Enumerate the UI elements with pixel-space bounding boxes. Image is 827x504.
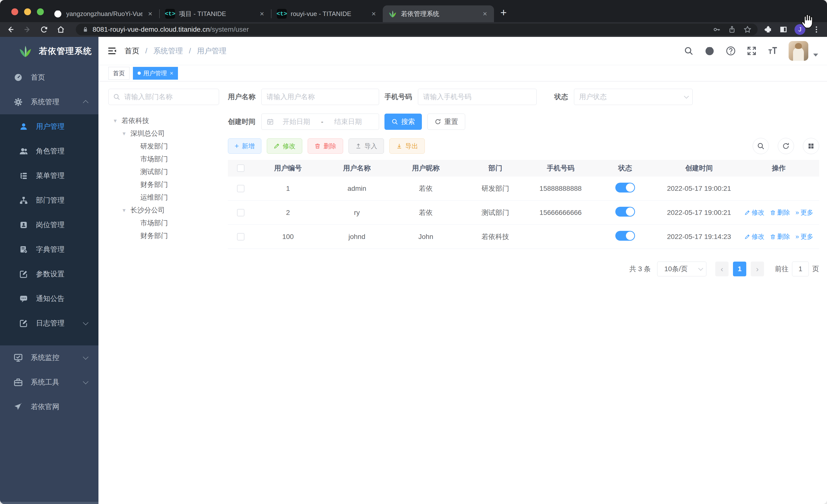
department-search-input[interactable]: 请输入部门名称 [108,89,219,105]
back-icon[interactable] [6,25,15,34]
minimize-window-button[interactable] [24,8,31,15]
next-page-button[interactable]: › [751,262,764,276]
sidebar-item-dict-management[interactable]: 字典管理 [0,237,98,262]
sidebar-item-log-management[interactable]: 日志管理 [0,311,98,336]
tree-caret-icon[interactable]: ▾ [121,130,127,137]
breadcrumb-home[interactable]: 首页 [125,47,139,55]
date-range-picker[interactable]: 开始日期 - 结束日期 [261,114,379,130]
tab-close-icon[interactable]: × [146,10,154,18]
tree-node-leaf[interactable]: 市场部门 [108,217,219,229]
select-all-checkbox[interactable] [237,164,244,172]
column-settings-button[interactable] [803,138,819,154]
tree-node-leaf[interactable]: 财务部门 [108,178,219,191]
tree-node-branch[interactable]: ▾ 深圳总公司 [108,127,219,140]
row-checkbox[interactable] [237,185,244,192]
toggle-search-button[interactable] [753,138,769,154]
refresh-table-button[interactable] [778,138,794,154]
row-checkbox[interactable] [237,233,244,240]
browser-tab-rouyi-vue[interactable]: <t> rouyi-vue - TITANIDE × [272,5,383,22]
header-github-icon[interactable] [704,46,715,56]
add-button[interactable]: + 新增 [228,138,261,154]
side-panel-icon[interactable] [779,25,788,34]
tree-node-leaf[interactable]: 运维部门 [108,191,219,204]
tab-close-icon[interactable]: × [370,10,377,18]
avatar-dropdown-caret-icon[interactable] [813,54,818,57]
search-button[interactable]: 搜索 [384,114,422,130]
status-toggle-on[interactable] [615,183,635,192]
tree-node-leaf[interactable]: 财务部门 [108,229,219,242]
user-avatar[interactable] [789,41,808,61]
username-input[interactable]: 请输入用户名称 [261,89,379,105]
goto-page-input[interactable]: 1 [792,262,809,276]
sidebar-item-system-management[interactable]: 系统管理 [0,90,98,114]
browser-tab-github[interactable]: yangzongzhuan/RuoYi-Vue: (R × [48,5,159,22]
tree-node-root[interactable]: ▾ 若依科技 [108,114,219,127]
zoom-window-button[interactable] [37,8,44,15]
home-icon[interactable] [57,25,65,34]
sidebar-item-home[interactable]: 首页 [0,65,98,90]
extensions-puzzle-icon[interactable] [764,25,772,34]
share-icon[interactable] [728,25,736,34]
row-checkbox[interactable] [237,209,244,216]
tab-close-icon[interactable]: × [258,10,265,18]
browser-tab-titanide-project[interactable]: <t> 项目 - TITANIDE × [160,5,271,22]
tree-node-leaf[interactable]: 测试部门 [108,165,219,178]
tag-close-icon[interactable]: × [170,70,173,77]
tree-node-leaf[interactable]: 研发部门 [108,140,219,153]
search-icon [391,118,398,125]
delete-button[interactable]: 删除 [308,138,343,154]
app-logo[interactable]: 若依管理系统 [0,37,98,65]
row-delete-link[interactable]: 删除 [770,232,790,241]
current-page-button[interactable]: 1 [733,262,746,276]
sidebar-scrollbar[interactable] [0,502,98,504]
close-window-button[interactable] [11,8,18,15]
browser-tab-ruoyi-active[interactable]: 若依管理系统 × [383,5,494,22]
new-tab-button[interactable]: + [500,6,507,19]
date-start-placeholder[interactable]: 开始日期 [276,117,317,126]
date-end-placeholder[interactable]: 结束日期 [327,117,369,126]
sidebar-item-menu-management[interactable]: 菜单管理 [0,164,98,188]
status-toggle-on[interactable] [615,231,635,241]
row-edit-link[interactable]: 修改 [744,232,765,241]
sidebar-item-system-tools[interactable]: 系统工具 [0,370,98,395]
row-more-link[interactable]: »更多 [795,232,813,241]
forward-icon[interactable] [23,25,32,34]
password-key-icon[interactable] [713,25,721,34]
sidebar-item-post-management[interactable]: 岗位管理 [0,213,98,237]
status-select[interactable]: 用户状态 [574,89,693,105]
tree-caret-icon[interactable]: ▾ [112,117,118,124]
sidebar-item-dept-management[interactable]: 部门管理 [0,188,98,213]
tab-close-icon[interactable]: × [481,10,489,18]
sidebar-item-system-monitor[interactable]: 系统监控 [0,345,98,370]
sidebar-item-user-management[interactable]: 用户管理 [0,114,98,139]
row-edit-link[interactable]: 修改 [744,208,765,217]
row-delete-link[interactable]: 删除 [770,208,790,217]
fullscreen-icon[interactable] [747,46,757,56]
phone-input[interactable]: 请输入手机号码 [418,89,537,105]
page-size-select[interactable]: 10条/页 [657,262,707,276]
tag-home[interactable]: 首页 [108,67,130,80]
address-bar[interactable]: 8081-rouyi-vue-demo.cloud.titanide.cn/sy… [76,23,758,36]
sidebar-item-param-settings[interactable]: 参数设置 [0,262,98,286]
bookmark-star-icon[interactable] [743,25,752,34]
reload-icon[interactable] [40,25,48,34]
sidebar-item-notice[interactable]: 通知公告 [0,286,98,311]
export-button[interactable]: 导出 [389,138,425,154]
row-more-link[interactable]: »更多 [795,208,813,217]
tree-caret-icon[interactable]: ▾ [121,207,127,214]
sidebar-item-ruoyi-website[interactable]: 若依官网 [0,395,98,419]
header-search-icon[interactable] [684,46,694,56]
header-help-icon[interactable] [726,46,736,56]
sidebar-item-role-management[interactable]: 角色管理 [0,139,98,164]
macos-traffic-lights[interactable] [11,8,44,15]
collapse-sidebar-icon[interactable] [107,46,117,56]
tag-user-management-active[interactable]: 用户管理 × [133,67,178,80]
edit-button[interactable]: 修改 [267,138,302,154]
tree-node-branch[interactable]: ▾ 长沙分公司 [108,204,219,217]
tree-node-leaf[interactable]: 市场部门 [108,153,219,165]
reset-button[interactable]: 重置 [427,114,465,130]
import-button[interactable]: 导入 [348,138,384,154]
font-size-icon[interactable] [768,46,778,56]
prev-page-button[interactable]: ‹ [715,262,729,276]
status-toggle-on[interactable] [615,207,635,217]
